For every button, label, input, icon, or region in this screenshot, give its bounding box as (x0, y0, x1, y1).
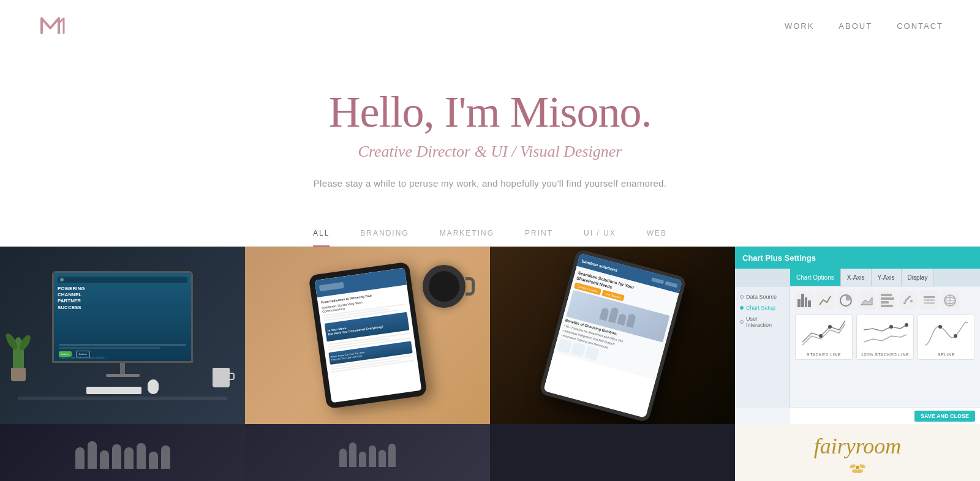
svg-rect-6 (924, 296, 935, 298)
svg-point-22 (849, 464, 856, 469)
chart-type-table[interactable] (920, 291, 938, 310)
svg-point-4 (908, 296, 911, 298)
chart-tab-display[interactable]: Display (902, 269, 935, 286)
svg-point-1 (903, 302, 906, 304)
nav-item-contact[interactable]: CONTACT (897, 20, 943, 31)
chart-sidebar-datasource[interactable]: Data Source (740, 291, 785, 302)
chart-sidebar-chartsetup[interactable]: Chart Setup (740, 302, 785, 313)
logo[interactable] (37, 11, 69, 40)
chart-label-stacked-line: STACKED LINE (798, 352, 850, 357)
portfolio-grid: POWERINGCHANNELPARTNERSUCCESS button but… (0, 247, 980, 424)
portfolio-item-fairy[interactable]: fairyroom (735, 424, 980, 481)
svg-point-2 (907, 297, 909, 300)
hero-description: Please stay a while to peruse my work, a… (12, 178, 968, 188)
chart-type-wire[interactable] (941, 291, 959, 310)
filter-tab-print[interactable]: PRINT (525, 229, 553, 246)
svg-point-16 (828, 325, 832, 329)
svg-rect-8 (924, 302, 935, 304)
filter-tab-branding[interactable]: BRANDING (360, 229, 409, 246)
svg-rect-7 (924, 299, 935, 301)
svg-point-5 (905, 299, 907, 302)
portfolio-item-ipad[interactable]: bamboo solutions Seamless Solutions for … (490, 247, 735, 424)
chart-tab-options[interactable]: Chart Options (790, 269, 841, 286)
hero-section: Hello, I'm Misono. Creative Director & U… (0, 51, 980, 219)
svg-point-25 (857, 469, 864, 474)
chart-preview-spline[interactable]: SPLINE (918, 315, 975, 360)
chart-label-100-stacked-line: 100% STACKED LINE (859, 352, 911, 357)
svg-point-23 (859, 464, 865, 469)
chart-preview-100-stacked-line[interactable]: 100% STACKED LINE (856, 315, 914, 360)
svg-point-20 (954, 334, 957, 338)
portfolio-item-chart-ui[interactable]: Chart Plus Settings Chart Options X-Axis… (735, 247, 980, 424)
chart-sidebar-interaction[interactable]: User Interaction (740, 313, 785, 330)
chart-preview-stacked-line[interactable]: STACKED LINE (795, 315, 853, 360)
svg-point-19 (938, 325, 942, 329)
nav-links: WORK ABOUT CONTACT (785, 20, 943, 31)
chart-tab-xaxis[interactable]: X-Axis (841, 269, 872, 286)
chart-type-pie[interactable] (837, 291, 855, 310)
chart-type-column[interactable] (795, 291, 813, 310)
chart-tab-yaxis[interactable]: Y-Axis (872, 269, 902, 286)
chart-type-line[interactable] (816, 291, 834, 310)
portfolio-item-empty (490, 424, 735, 481)
hero-title: Hello, I'm Misono. (12, 88, 968, 136)
filter-tab-all[interactable]: ALL (313, 229, 330, 246)
nav-item-work[interactable]: WORK (785, 20, 814, 31)
portfolio-item-people[interactable] (0, 424, 245, 481)
portfolio-item-imac[interactable]: POWERINGCHANNELPARTNERSUCCESS button but… (0, 247, 245, 424)
svg-point-15 (819, 334, 823, 338)
filter-tab-uiux[interactable]: UI / UX (584, 229, 616, 246)
chart-ui-title: Chart Plus Settings (742, 253, 816, 263)
chart-save-button[interactable]: SAVE AND CLOSE (914, 411, 975, 422)
svg-point-21 (856, 466, 859, 469)
svg-point-18 (905, 323, 908, 327)
fairy-logo-text: fairyroom (814, 433, 902, 459)
filter-tab-marketing[interactable]: MARKETING (440, 229, 494, 246)
nav-item-about[interactable]: ABOUT (839, 20, 872, 31)
filter-tab-web[interactable]: WEB (647, 229, 667, 246)
svg-point-3 (910, 300, 913, 302)
chart-type-bar[interactable] (878, 291, 897, 310)
chart-type-area[interactable] (858, 291, 876, 310)
hero-subtitle: Creative Director & UI / Visual Designer (12, 143, 968, 161)
portfolio-item-tablet[interactable]: From Dedication to Delivering Your Unfet… (245, 247, 490, 424)
navigation: WORK ABOUT CONTACT (0, 0, 980, 51)
chart-type-scatter[interactable] (899, 291, 918, 310)
chart-label-spline: SPLINE (921, 352, 972, 357)
bottom-row: fairyroom (0, 424, 980, 481)
svg-point-17 (889, 325, 893, 329)
filter-bar: ALL BRANDING MARKETING PRINT UI / UX WEB (0, 219, 980, 247)
portfolio-item-people-2[interactable] (245, 424, 490, 481)
